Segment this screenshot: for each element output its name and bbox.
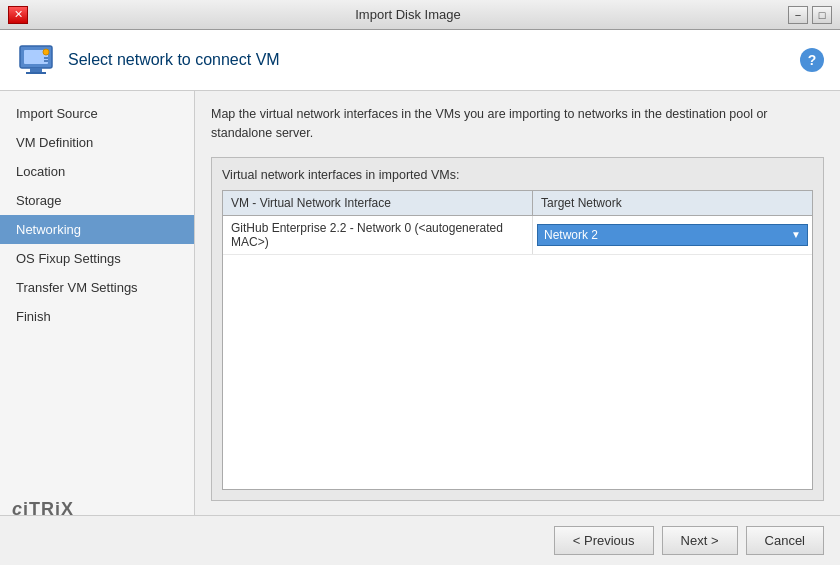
network-select-dropdown[interactable]: Network 2 ▼: [537, 224, 808, 246]
row-target-cell: Network 2 ▼: [533, 222, 812, 248]
main-content: Map the virtual network interfaces in th…: [195, 91, 840, 515]
close-button[interactable]: ✕: [8, 6, 28, 24]
citrix-logo: ciTRiX: [12, 499, 74, 515]
col-vm-header: VM - Virtual Network Interface: [223, 191, 533, 215]
table-row: GitHub Enterprise 2.2 - Network 0 (<auto…: [223, 216, 812, 255]
svg-rect-3: [26, 72, 46, 74]
vnet-table: VM - Virtual Network Interface Target Ne…: [222, 190, 813, 491]
sidebar-item-vm-definition[interactable]: VM Definition: [0, 128, 194, 157]
vnet-table-header: VM - Virtual Network Interface Target Ne…: [223, 191, 812, 216]
sidebar-item-location[interactable]: Location: [0, 157, 194, 186]
help-button[interactable]: ?: [800, 48, 824, 72]
sidebar-item-import-source[interactable]: Import Source: [0, 99, 194, 128]
svg-rect-2: [30, 68, 42, 72]
sidebar-item-finish[interactable]: Finish: [0, 302, 194, 331]
header-left: Select network to connect VM: [16, 40, 280, 80]
sidebar-item-os-fixup[interactable]: OS Fixup Settings: [0, 244, 194, 273]
description-text: Map the virtual network interfaces in th…: [211, 105, 824, 143]
svg-point-4: [43, 49, 49, 55]
dropdown-arrow-icon: ▼: [791, 229, 801, 240]
header-title: Select network to connect VM: [68, 51, 280, 69]
title-bar-left: ✕: [8, 6, 28, 24]
header-strip: Select network to connect VM ?: [0, 30, 840, 91]
footer: < Previous Next > Cancel: [0, 515, 840, 565]
minimize-icon: −: [795, 9, 801, 21]
minimize-button[interactable]: −: [788, 6, 808, 24]
sidebar: Import Source VM Definition Location Sto…: [0, 91, 195, 515]
vnet-panel-label: Virtual network interfaces in imported V…: [222, 168, 813, 182]
vnet-panel: Virtual network interfaces in imported V…: [211, 157, 824, 502]
col-target-header: Target Network: [533, 191, 812, 215]
title-bar: ✕ Import Disk Image − □: [0, 0, 840, 30]
cancel-button[interactable]: Cancel: [746, 526, 824, 555]
title-bar-title: Import Disk Image: [28, 7, 788, 22]
maximize-icon: □: [819, 9, 826, 21]
sidebar-item-networking[interactable]: Networking: [0, 215, 194, 244]
close-icon: ✕: [14, 8, 23, 21]
sidebar-item-transfer-vm[interactable]: Transfer VM Settings: [0, 273, 194, 302]
window-content: Select network to connect VM ? Import So…: [0, 30, 840, 565]
next-button[interactable]: Next >: [662, 526, 738, 555]
sidebar-item-storage[interactable]: Storage: [0, 186, 194, 215]
row-vm-cell: GitHub Enterprise 2.2 - Network 0 (<auto…: [223, 216, 533, 254]
previous-button[interactable]: < Previous: [554, 526, 654, 555]
header-icon: [16, 40, 56, 80]
title-bar-controls: − □: [788, 6, 832, 24]
maximize-button[interactable]: □: [812, 6, 832, 24]
body-area: Import Source VM Definition Location Sto…: [0, 91, 840, 515]
network-select-value: Network 2: [544, 228, 598, 242]
